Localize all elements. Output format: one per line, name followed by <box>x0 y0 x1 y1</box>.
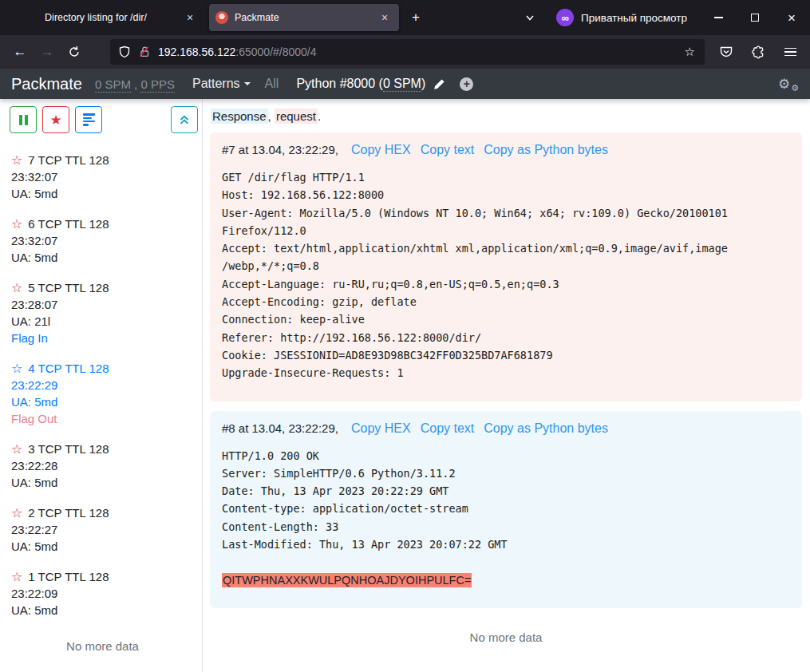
browser-tab-bar: Directory listing for /dir/ × Packmate ×… <box>0 0 810 35</box>
app-brand[interactable]: Packmate <box>11 75 82 93</box>
star-outline-icon[interactable]: ☆ <box>11 282 22 294</box>
favorites-filter-button[interactable]: ★ <box>42 106 69 133</box>
stream-ua: UA: 5md <box>11 249 194 266</box>
pocket-button[interactable] <box>713 40 740 64</box>
copy-text-link[interactable]: Copy text <box>421 421 475 436</box>
list-lines-icon <box>83 113 95 126</box>
puzzle-piece-icon <box>752 45 765 59</box>
packet-header: #7 at 13.04, 23:22:29, Copy HEX Copy tex… <box>222 143 790 157</box>
copy-python-bytes-link[interactable]: Copy as Python bytes <box>484 143 608 157</box>
patterns-dropdown[interactable]: Patterns <box>192 77 251 91</box>
packet-id-timestamp: #7 at 13.04, 23:22:29, <box>222 143 338 156</box>
bookmark-star-icon[interactable]: ☆ <box>683 45 697 59</box>
stream-item-3[interactable]: ☆3 TCP TTL 128 23:22:28 UA: 5md <box>11 441 194 491</box>
sidebar-toolbar: ★ <box>0 106 202 133</box>
reload-button[interactable] <box>61 40 88 64</box>
packmate-favicon-icon <box>215 11 228 24</box>
packet-panel: Response, request. #7 at 13.04, 23:22:29… <box>203 99 810 672</box>
star-outline-icon[interactable]: ☆ <box>11 362 22 375</box>
tab-directory-listing[interactable]: Directory listing for /dir/ × <box>3 4 204 31</box>
edit-profile-button[interactable] <box>433 78 445 90</box>
packet-body: HTTP/1.0 200 OK Server: SimpleHTTP/0.6 P… <box>222 447 790 589</box>
stream-item-6[interactable]: ☆6 TCP TTL 128 23:32:07 UA: 5md <box>11 215 194 266</box>
stream-time: 23:32:07 <box>11 168 194 185</box>
stream-sidebar: ★ ☆7 TCP TTL 128 23:32:07 UA: 5md ☆6 TCP… <box>0 99 203 672</box>
tab-close-icon[interactable]: × <box>182 10 198 26</box>
address-bar[interactable]: 192.168.56.122:65000/#/8000/4 ☆ <box>110 39 705 65</box>
star-outline-icon[interactable]: ☆ <box>11 507 22 520</box>
stream-time: 23:22:09 <box>11 585 194 602</box>
packet-card-7: #7 at 13.04, 23:22:29, Copy HEX Copy tex… <box>210 132 802 401</box>
flag-in-badge: Flag In <box>11 330 194 346</box>
stream-ua: UA: 21l <box>11 313 194 330</box>
profile-spm-counter: 0 SPM <box>383 77 421 92</box>
forward-button[interactable]: → <box>34 40 61 64</box>
copy-hex-link[interactable]: Copy HEX <box>351 421 411 436</box>
copy-python-bytes-link[interactable]: Copy as Python bytes <box>484 421 608 436</box>
tab-title: Packmate <box>235 12 377 23</box>
packet-body: GET /dir/flag HTTP/1.1 Host: 192.168.56.… <box>222 168 790 382</box>
stream-item-7[interactable]: ☆7 TCP TTL 128 23:32:07 UA: 5md <box>11 152 194 202</box>
extensions-button[interactable] <box>745 40 772 64</box>
tab-close-icon[interactable]: × <box>377 10 393 26</box>
stream-ua: UA: 5md <box>11 538 194 555</box>
toolbar-right <box>713 40 804 64</box>
stream-item-2[interactable]: ☆2 TCP TTL 128 23:22:27 UA: 5md <box>11 504 194 555</box>
new-tab-button[interactable]: + <box>404 6 428 30</box>
url-text[interactable]: 192.168.56.122:65000/#/8000/4 <box>158 45 676 58</box>
shield-permissions-icon[interactable] <box>118 45 131 58</box>
list-view-button[interactable] <box>75 106 102 133</box>
filter-all-link[interactable]: All <box>265 77 279 91</box>
legend-request: request <box>275 109 318 124</box>
main-no-more-data: No more data <box>210 630 802 644</box>
active-profile[interactable]: Python #8000 (0 SPM) <box>296 77 425 91</box>
page-content: ★ ☆7 TCP TTL 128 23:32:07 UA: 5md ☆6 TCP… <box>0 99 810 672</box>
url-host: 192.168.56.122 <box>158 45 235 58</box>
stream-ua: UA: 5md <box>11 185 194 202</box>
gear-icon: ⚙ <box>778 76 790 93</box>
star-outline-icon[interactable]: ☆ <box>11 154 22 167</box>
scroll-to-top-button[interactable] <box>171 106 198 133</box>
hamburger-icon <box>784 48 796 57</box>
app-menu-button[interactable] <box>776 40 804 64</box>
legend-response: Response <box>211 109 268 124</box>
tab-packmate[interactable]: Packmate × <box>209 4 399 31</box>
stream-item-1[interactable]: ☆1 TCP TTL 128 23:22:09 UA: 5md <box>11 568 194 619</box>
gear-small-icon: ⚙ <box>791 83 799 93</box>
stream-item-4-selected[interactable]: ☆4 TCP TTL 128 23:22:29 UA: 5md Flag Out <box>11 360 194 427</box>
add-profile-button[interactable]: + <box>460 77 473 91</box>
flag-out-badge: Flag Out <box>11 410 194 427</box>
copy-hex-link[interactable]: Copy HEX <box>351 143 411 157</box>
insecure-lock-icon[interactable] <box>138 45 151 58</box>
traffic-stats: 0 SPM , 0 PPS <box>95 77 175 91</box>
stream-ua: UA: 5md <box>11 602 194 619</box>
settings-button[interactable]: ⚙ ⚙ <box>778 75 799 93</box>
direction-legend: Response, request. <box>210 109 802 123</box>
pps-counter: 0 PPS <box>140 77 175 93</box>
private-label: Приватный просмотр <box>581 12 687 24</box>
private-mask-icon: ∞ <box>556 9 574 26</box>
star-outline-icon[interactable]: ☆ <box>11 218 22 231</box>
pause-icon <box>19 115 28 125</box>
star-outline-icon[interactable]: ☆ <box>11 571 22 583</box>
stream-time: 23:22:28 <box>11 457 194 474</box>
copy-text-link[interactable]: Copy text <box>421 143 475 157</box>
list-tabs-button[interactable] <box>518 6 542 30</box>
packet-id-timestamp: #8 at 13.04, 23:22:29, <box>222 421 338 435</box>
stream-item-5[interactable]: ☆5 TCP TTL 128 23:28:07 UA: 21l Flag In <box>11 279 194 346</box>
stream-time: 23:22:27 <box>11 521 194 538</box>
close-icon: × <box>788 11 796 25</box>
pause-capture-button[interactable] <box>10 106 37 133</box>
window-minimize-button[interactable] <box>700 0 737 35</box>
tab-title: Directory listing for /dir/ <box>10 12 182 23</box>
star-filled-icon: ★ <box>49 113 61 127</box>
chevrons-up-icon <box>178 113 191 126</box>
chevron-down-icon <box>524 12 535 23</box>
window-close-button[interactable]: × <box>773 0 810 35</box>
window-maximize-button[interactable] <box>737 0 773 35</box>
back-button[interactable]: ← <box>6 40 34 64</box>
packmate-navbar: Packmate 0 SPM , 0 PPS Patterns All Pyth… <box>0 69 810 99</box>
maximize-icon <box>751 14 759 22</box>
pencil-icon <box>433 78 445 90</box>
star-outline-icon[interactable]: ☆ <box>11 443 22 456</box>
